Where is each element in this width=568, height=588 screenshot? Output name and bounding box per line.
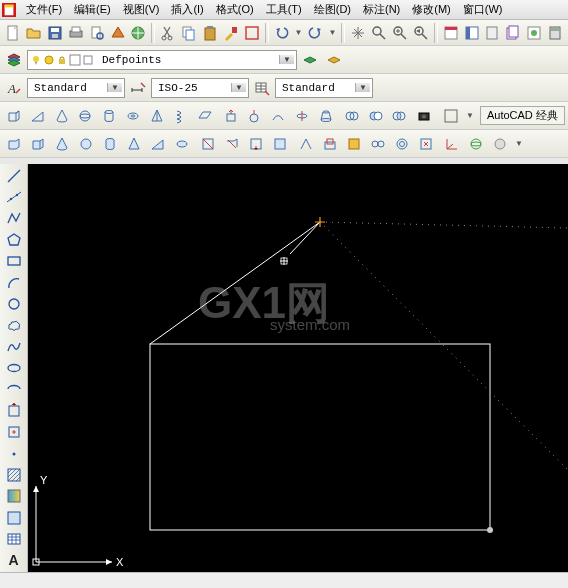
cone-button[interactable] xyxy=(51,105,73,127)
presspull-button[interactable] xyxy=(243,105,265,127)
sphere-button[interactable] xyxy=(75,105,97,127)
menu-file[interactable]: 文件(F) xyxy=(20,0,68,19)
menu-modify[interactable]: 修改(M) xyxy=(406,0,457,19)
box-button[interactable] xyxy=(3,105,25,127)
designcenter-button[interactable] xyxy=(462,22,482,44)
pan-button[interactable] xyxy=(348,22,368,44)
spline-button[interactable] xyxy=(3,337,25,356)
table-button[interactable] xyxy=(3,529,25,548)
ucs-button[interactable] xyxy=(441,133,463,155)
arc-button[interactable] xyxy=(3,273,25,292)
color-faces-button[interactable] xyxy=(343,133,365,155)
print-button[interactable] xyxy=(66,22,86,44)
zoom-button[interactable] xyxy=(369,22,389,44)
section-button[interactable] xyxy=(221,133,243,155)
revolve-button[interactable] xyxy=(291,105,313,127)
zoom-window-button[interactable] xyxy=(390,22,410,44)
publish-button[interactable] xyxy=(108,22,128,44)
insert-block-button[interactable] xyxy=(3,401,25,420)
undo-dropdown[interactable]: ▼ xyxy=(293,28,305,37)
line-button[interactable] xyxy=(3,166,25,185)
redo-dropdown[interactable]: ▼ xyxy=(326,28,338,37)
sheet-set-button[interactable] xyxy=(503,22,523,44)
menu-format[interactable]: 格式(O) xyxy=(210,0,260,19)
new-button[interactable] xyxy=(3,22,23,44)
extract-edges-button[interactable] xyxy=(295,133,317,155)
torus-button[interactable] xyxy=(122,105,144,127)
3dorbit-button[interactable] xyxy=(465,133,487,155)
polyline-button[interactable] xyxy=(3,209,25,228)
point-button[interactable] xyxy=(3,444,25,463)
helix-button[interactable] xyxy=(170,105,192,127)
mtext-button[interactable]: A xyxy=(3,551,25,570)
xline-button[interactable] xyxy=(3,187,25,206)
box2-button[interactable] xyxy=(27,133,49,155)
layer-properties-button[interactable] xyxy=(3,49,25,71)
menu-edit[interactable]: 编辑(E) xyxy=(68,0,117,19)
layer-combo[interactable]: Defpoints ▼ xyxy=(27,50,297,70)
properties-button[interactable] xyxy=(441,22,461,44)
cut-button[interactable] xyxy=(158,22,178,44)
sweep-button[interactable] xyxy=(267,105,289,127)
separate-button[interactable] xyxy=(367,133,389,155)
workspace-label[interactable]: AutoCAD 经典 xyxy=(480,106,565,125)
tablestyle-combo[interactable]: Standard ▼ xyxy=(275,78,373,98)
wedge2-button[interactable] xyxy=(147,133,169,155)
imprint-button[interactable] xyxy=(319,133,341,155)
torus2-button[interactable] xyxy=(171,133,193,155)
sphere2-button[interactable] xyxy=(75,133,97,155)
tablestyle-button[interactable] xyxy=(251,77,273,99)
dimstyle-button[interactable] xyxy=(127,77,149,99)
chevron-down-icon[interactable]: ▼ xyxy=(464,111,476,120)
pyramid2-button[interactable] xyxy=(123,133,145,155)
redo-button[interactable] xyxy=(306,22,326,44)
plot-style-button[interactable] xyxy=(129,22,149,44)
polysolid-button[interactable] xyxy=(3,133,25,155)
block-editor-button[interactable] xyxy=(242,22,262,44)
viewport-dropdown-button[interactable] xyxy=(440,105,462,127)
revcloud-button[interactable] xyxy=(3,316,25,335)
chevron-down-icon[interactable]: ▼ xyxy=(231,83,246,92)
polygon-button[interactable] xyxy=(3,230,25,249)
union-button[interactable] xyxy=(341,105,363,127)
camera-button[interactable] xyxy=(414,105,436,127)
visual-style-button[interactable] xyxy=(489,133,511,155)
tool-palettes-button[interactable] xyxy=(482,22,502,44)
planar-surface-button[interactable] xyxy=(194,105,216,127)
layer-states-button[interactable] xyxy=(323,49,345,71)
match-properties-button[interactable] xyxy=(221,22,241,44)
intersect-button[interactable] xyxy=(389,105,411,127)
print-preview-button[interactable] xyxy=(87,22,107,44)
open-button[interactable] xyxy=(24,22,44,44)
copy-button[interactable] xyxy=(179,22,199,44)
pyramid-button[interactable] xyxy=(146,105,168,127)
menu-window[interactable]: 窗口(W) xyxy=(457,0,509,19)
undo-button[interactable] xyxy=(272,22,292,44)
markup-button[interactable] xyxy=(524,22,544,44)
ellipse-button[interactable] xyxy=(3,358,25,377)
clean-button[interactable] xyxy=(415,133,437,155)
textstyle-combo[interactable]: Standard ▼ xyxy=(27,78,125,98)
menu-dimension[interactable]: 标注(N) xyxy=(357,0,406,19)
subtract-button[interactable] xyxy=(365,105,387,127)
layer-previous-button[interactable] xyxy=(299,49,321,71)
slice-button[interactable] xyxy=(197,133,219,155)
menu-view[interactable]: 视图(V) xyxy=(117,0,166,19)
textstyle-button[interactable]: A xyxy=(3,77,25,99)
ellipse-arc-button[interactable] xyxy=(3,380,25,399)
zoom-previous-button[interactable] xyxy=(411,22,431,44)
rectangle-button[interactable] xyxy=(3,252,25,271)
make-block-button[interactable] xyxy=(3,423,25,442)
paste-button[interactable] xyxy=(200,22,220,44)
chevron-down-icon[interactable]: ▼ xyxy=(279,55,294,64)
hatch-button[interactable] xyxy=(3,465,25,484)
loft-button[interactable] xyxy=(315,105,337,127)
drawing-canvas[interactable]: X Y GX1网 system.com xyxy=(28,164,568,572)
convert-button[interactable] xyxy=(269,133,291,155)
menu-tools[interactable]: 工具(T) xyxy=(260,0,308,19)
gradient-button[interactable] xyxy=(3,487,25,506)
cone2-button[interactable] xyxy=(51,133,73,155)
save-button[interactable] xyxy=(45,22,65,44)
chevron-down-icon[interactable]: ▼ xyxy=(107,83,122,92)
extrude-button[interactable] xyxy=(220,105,242,127)
